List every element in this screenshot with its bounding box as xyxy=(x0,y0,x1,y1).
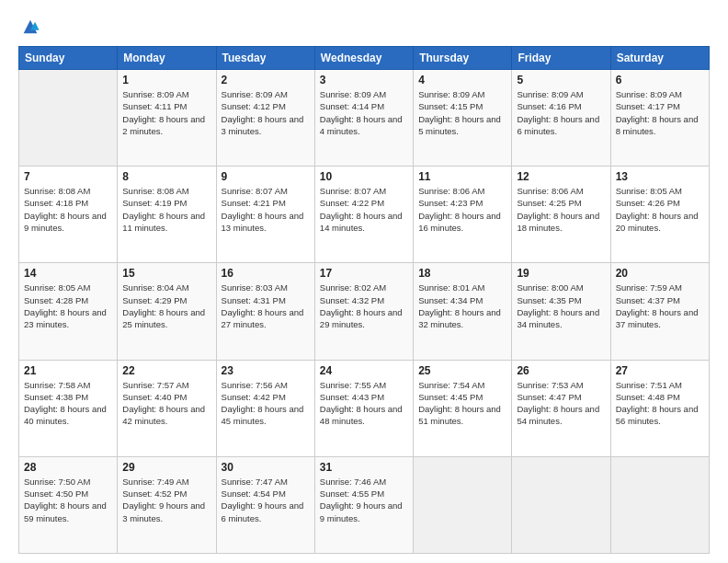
calendar-cell: 3Sunrise: 8:09 AMSunset: 4:14 PMDaylight… xyxy=(314,70,413,167)
calendar-cell: 6Sunrise: 8:09 AMSunset: 4:17 PMDaylight… xyxy=(610,70,709,167)
calendar-cell: 16Sunrise: 8:03 AMSunset: 4:31 PMDayligh… xyxy=(216,263,314,360)
weekday-header-friday: Friday xyxy=(512,47,610,70)
day-info: Sunrise: 8:00 AMSunset: 4:35 PMDaylight:… xyxy=(517,282,605,330)
day-info: Sunrise: 8:01 AMSunset: 4:34 PMDaylight:… xyxy=(418,282,506,330)
day-number: 7 xyxy=(24,170,112,183)
day-number: 28 xyxy=(24,461,112,474)
calendar-cell: 15Sunrise: 8:04 AMSunset: 4:29 PMDayligh… xyxy=(118,263,216,360)
calendar-cell: 22Sunrise: 7:57 AMSunset: 4:40 PMDayligh… xyxy=(118,360,216,456)
day-info: Sunrise: 7:58 AMSunset: 4:38 PMDaylight:… xyxy=(24,379,112,428)
day-info: Sunrise: 8:07 AMSunset: 4:22 PMDaylight:… xyxy=(320,185,408,234)
day-info: Sunrise: 8:05 AMSunset: 4:28 PMDaylight:… xyxy=(24,282,112,330)
day-number: 21 xyxy=(24,364,112,377)
logo xyxy=(18,17,40,37)
calendar-cell: 31Sunrise: 7:46 AMSunset: 4:55 PMDayligh… xyxy=(314,456,413,553)
day-number: 29 xyxy=(122,461,210,474)
day-number: 13 xyxy=(616,170,704,183)
header xyxy=(18,17,710,37)
calendar-cell: 12Sunrise: 8:06 AMSunset: 4:25 PMDayligh… xyxy=(512,167,610,263)
day-number: 5 xyxy=(517,74,605,86)
weekday-header-saturday: Saturday xyxy=(610,47,709,70)
calendar-cell: 18Sunrise: 8:01 AMSunset: 4:34 PMDayligh… xyxy=(414,263,512,360)
day-info: Sunrise: 8:09 AMSunset: 4:14 PMDaylight:… xyxy=(320,88,408,137)
calendar-cell: 10Sunrise: 8:07 AMSunset: 4:22 PMDayligh… xyxy=(314,167,413,263)
calendar-cell: 21Sunrise: 7:58 AMSunset: 4:38 PMDayligh… xyxy=(19,360,118,456)
calendar-cell: 28Sunrise: 7:50 AMSunset: 4:50 PMDayligh… xyxy=(19,456,118,553)
weekday-header-monday: Monday xyxy=(118,47,216,70)
day-number: 8 xyxy=(122,170,210,183)
day-number: 17 xyxy=(320,267,408,280)
day-info: Sunrise: 7:57 AMSunset: 4:40 PMDaylight:… xyxy=(122,379,210,428)
day-number: 14 xyxy=(24,267,112,280)
calendar-cell: 9Sunrise: 8:07 AMSunset: 4:21 PMDaylight… xyxy=(216,167,314,263)
calendar-body: 1Sunrise: 8:09 AMSunset: 4:11 PMDaylight… xyxy=(19,70,710,554)
day-number: 12 xyxy=(517,170,605,183)
day-info: Sunrise: 7:46 AMSunset: 4:55 PMDaylight:… xyxy=(320,476,408,524)
day-number: 4 xyxy=(418,74,506,86)
day-info: Sunrise: 7:50 AMSunset: 4:50 PMDaylight:… xyxy=(24,476,112,524)
day-info: Sunrise: 8:07 AMSunset: 4:21 PMDaylight:… xyxy=(222,185,310,234)
calendar-cell: 19Sunrise: 8:00 AMSunset: 4:35 PMDayligh… xyxy=(512,263,610,360)
day-number: 19 xyxy=(517,267,605,280)
calendar-week-5: 28Sunrise: 7:50 AMSunset: 4:50 PMDayligh… xyxy=(19,456,710,553)
calendar-week-2: 7Sunrise: 8:08 AMSunset: 4:18 PMDaylight… xyxy=(19,167,710,263)
day-info: Sunrise: 8:09 AMSunset: 4:16 PMDaylight:… xyxy=(517,88,605,137)
day-number: 18 xyxy=(418,267,506,280)
day-number: 11 xyxy=(418,170,506,183)
day-number: 23 xyxy=(222,364,310,377)
calendar-cell xyxy=(19,70,118,167)
weekday-header-thursday: Thursday xyxy=(414,47,512,70)
calendar-cell: 20Sunrise: 7:59 AMSunset: 4:37 PMDayligh… xyxy=(610,263,709,360)
calendar-cell: 13Sunrise: 8:05 AMSunset: 4:26 PMDayligh… xyxy=(610,167,709,263)
calendar-cell: 7Sunrise: 8:08 AMSunset: 4:18 PMDaylight… xyxy=(19,167,118,263)
calendar-cell: 23Sunrise: 7:56 AMSunset: 4:42 PMDayligh… xyxy=(216,360,314,456)
day-info: Sunrise: 8:09 AMSunset: 4:12 PMDaylight:… xyxy=(222,88,310,137)
weekday-header-row: SundayMondayTuesdayWednesdayThursdayFrid… xyxy=(19,47,710,70)
weekday-header-wednesday: Wednesday xyxy=(314,47,413,70)
day-number: 31 xyxy=(320,461,408,474)
day-number: 25 xyxy=(418,364,506,377)
day-number: 1 xyxy=(122,74,210,86)
calendar-cell: 26Sunrise: 7:53 AMSunset: 4:47 PMDayligh… xyxy=(512,360,610,456)
day-number: 9 xyxy=(222,170,310,183)
calendar-cell: 29Sunrise: 7:49 AMSunset: 4:52 PMDayligh… xyxy=(118,456,216,553)
day-info: Sunrise: 8:09 AMSunset: 4:11 PMDaylight:… xyxy=(122,88,210,137)
day-info: Sunrise: 7:55 AMSunset: 4:43 PMDaylight:… xyxy=(320,379,408,428)
day-info: Sunrise: 8:09 AMSunset: 4:17 PMDaylight:… xyxy=(616,88,704,137)
day-info: Sunrise: 7:56 AMSunset: 4:42 PMDaylight:… xyxy=(222,379,310,428)
weekday-header-sunday: Sunday xyxy=(19,47,118,70)
calendar-cell xyxy=(512,456,610,553)
day-number: 15 xyxy=(122,267,210,280)
calendar-cell: 24Sunrise: 7:55 AMSunset: 4:43 PMDayligh… xyxy=(314,360,413,456)
calendar-header: SundayMondayTuesdayWednesdayThursdayFrid… xyxy=(19,47,710,70)
day-info: Sunrise: 7:47 AMSunset: 4:54 PMDaylight:… xyxy=(222,476,310,524)
calendar-cell: 14Sunrise: 8:05 AMSunset: 4:28 PMDayligh… xyxy=(19,263,118,360)
calendar-week-1: 1Sunrise: 8:09 AMSunset: 4:11 PMDaylight… xyxy=(19,70,710,167)
day-info: Sunrise: 8:05 AMSunset: 4:26 PMDaylight:… xyxy=(616,185,704,234)
calendar-cell: 17Sunrise: 8:02 AMSunset: 4:32 PMDayligh… xyxy=(314,263,413,360)
logo-icon xyxy=(20,17,40,37)
day-number: 3 xyxy=(320,74,408,86)
day-number: 30 xyxy=(222,461,310,474)
calendar-cell: 11Sunrise: 8:06 AMSunset: 4:23 PMDayligh… xyxy=(414,167,512,263)
calendar-cell: 30Sunrise: 7:47 AMSunset: 4:54 PMDayligh… xyxy=(216,456,314,553)
day-number: 24 xyxy=(320,364,408,377)
day-info: Sunrise: 8:03 AMSunset: 4:31 PMDaylight:… xyxy=(222,282,310,330)
calendar-cell: 25Sunrise: 7:54 AMSunset: 4:45 PMDayligh… xyxy=(414,360,512,456)
day-info: Sunrise: 7:59 AMSunset: 4:37 PMDaylight:… xyxy=(616,282,704,330)
day-number: 22 xyxy=(122,364,210,377)
calendar-cell: 5Sunrise: 8:09 AMSunset: 4:16 PMDaylight… xyxy=(512,70,610,167)
day-info: Sunrise: 8:02 AMSunset: 4:32 PMDaylight:… xyxy=(320,282,408,330)
day-info: Sunrise: 7:49 AMSunset: 4:52 PMDaylight:… xyxy=(122,476,210,524)
calendar-cell xyxy=(610,456,709,553)
day-number: 10 xyxy=(320,170,408,183)
day-number: 2 xyxy=(222,74,310,86)
day-info: Sunrise: 8:08 AMSunset: 4:19 PMDaylight:… xyxy=(122,185,210,234)
calendar-week-4: 21Sunrise: 7:58 AMSunset: 4:38 PMDayligh… xyxy=(19,360,710,456)
day-info: Sunrise: 7:51 AMSunset: 4:48 PMDaylight:… xyxy=(616,379,704,428)
day-info: Sunrise: 7:54 AMSunset: 4:45 PMDaylight:… xyxy=(418,379,506,428)
calendar-cell: 2Sunrise: 8:09 AMSunset: 4:12 PMDaylight… xyxy=(216,70,314,167)
day-info: Sunrise: 8:04 AMSunset: 4:29 PMDaylight:… xyxy=(122,282,210,330)
day-number: 20 xyxy=(616,267,704,280)
calendar-cell: 1Sunrise: 8:09 AMSunset: 4:11 PMDaylight… xyxy=(118,70,216,167)
